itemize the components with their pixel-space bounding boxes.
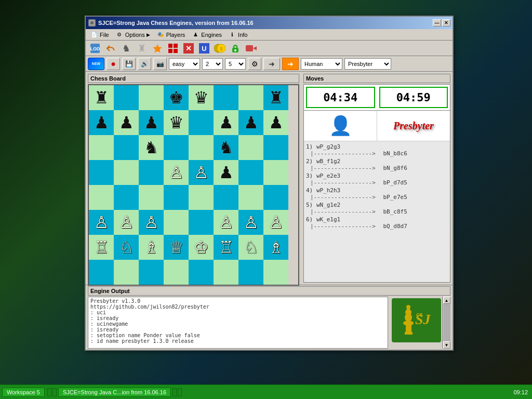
board-square[interactable] xyxy=(89,160,114,185)
grid-button[interactable] xyxy=(166,42,180,55)
lock-button[interactable] xyxy=(228,42,243,55)
board-square[interactable]: ♜ xyxy=(89,85,114,110)
board-square[interactable] xyxy=(89,260,114,285)
board-square[interactable]: ♞ xyxy=(214,135,238,160)
board-square[interactable]: ♙ xyxy=(238,210,263,235)
board-square[interactable]: ♟ xyxy=(263,110,288,135)
star-button[interactable] xyxy=(150,42,165,55)
board-square[interactable]: ♛ xyxy=(164,110,189,135)
board-square[interactable] xyxy=(189,210,214,235)
board-square[interactable]: ♙ xyxy=(164,160,189,185)
menu-players[interactable]: 🎭 Players xyxy=(153,30,189,40)
board-square[interactable] xyxy=(189,185,214,210)
board-square[interactable] xyxy=(238,135,263,160)
board-square[interactable] xyxy=(214,85,238,110)
board-square[interactable] xyxy=(164,185,189,210)
scrollbar-up-button[interactable]: ▲ xyxy=(443,297,450,304)
board-square[interactable] xyxy=(139,85,164,110)
board-square[interactable]: ♟ xyxy=(214,110,238,135)
scrollbar-down-button[interactable]: ▼ xyxy=(443,341,450,349)
board-square[interactable]: ♔ xyxy=(189,235,214,260)
board-square[interactable]: ♕ xyxy=(164,235,189,260)
board-square[interactable] xyxy=(189,110,214,135)
depth2-select[interactable]: 1 2 3 4 5 xyxy=(225,58,246,70)
board-square[interactable] xyxy=(263,185,288,210)
board-square[interactable]: ♗ xyxy=(139,235,164,260)
menu-engines[interactable]: ♟ Engines xyxy=(188,30,225,40)
board-square[interactable] xyxy=(114,185,139,210)
board-square[interactable] xyxy=(189,135,214,160)
scrollbar-track[interactable] xyxy=(443,304,450,341)
settings-icon-button[interactable]: ⚙ xyxy=(248,58,261,70)
engine-select[interactable]: Presbyter Stockfish Crafty xyxy=(344,58,391,70)
board-square[interactable] xyxy=(114,160,139,185)
board-square[interactable]: ♖ xyxy=(89,235,114,260)
depth1-select[interactable]: 1 2 3 4 5 xyxy=(202,58,223,70)
rook-piece-button[interactable]: ♜ xyxy=(135,42,149,55)
chess-board[interactable]: ♜♚♛♜♟♟♟♛♟♟♟♞♞♙♙♟♙♙♙♙♙♙♖♘♗♕♔♖♘♗ xyxy=(88,84,299,286)
board-square[interactable] xyxy=(139,260,164,285)
board-square[interactable]: ♗ xyxy=(263,235,288,260)
board-square[interactable] xyxy=(114,260,139,285)
prev-move-button[interactable]: ➜ xyxy=(263,58,280,70)
x-button[interactable]: ✕ xyxy=(181,42,196,55)
board-square[interactable] xyxy=(114,135,139,160)
board-square[interactable] xyxy=(214,260,238,285)
camera-button[interactable]: 📷 xyxy=(153,58,167,70)
undo-button[interactable] xyxy=(103,42,118,55)
board-square[interactable]: ♙ xyxy=(214,210,238,235)
board-square[interactable]: ♜ xyxy=(263,85,288,110)
coins-button[interactable]: $ xyxy=(212,42,227,55)
sound-button[interactable]: 🔊 xyxy=(138,58,151,70)
board-square[interactable]: ♟ xyxy=(89,110,114,135)
board-square[interactable]: ♞ xyxy=(139,135,164,160)
board-square[interactable]: ♟ xyxy=(238,110,263,135)
board-square[interactable]: ♟ xyxy=(139,110,164,135)
minimize-button[interactable]: — xyxy=(433,19,441,26)
board-square[interactable]: ♙ xyxy=(139,210,164,235)
board-square[interactable]: ♟ xyxy=(114,110,139,135)
board-square[interactable] xyxy=(238,85,263,110)
board-square[interactable]: ♘ xyxy=(114,235,139,260)
board-square[interactable] xyxy=(114,85,139,110)
board-square[interactable] xyxy=(164,260,189,285)
menu-info[interactable]: ℹ Info xyxy=(225,30,250,40)
menu-file[interactable]: 📄 File xyxy=(87,30,112,40)
stop-button[interactable]: ● xyxy=(107,58,120,70)
save-button[interactable]: 💾 xyxy=(122,58,136,70)
board-square[interactable] xyxy=(238,260,263,285)
board-square[interactable]: ♙ xyxy=(263,210,288,235)
board-square[interactable] xyxy=(189,260,214,285)
knight-piece-button[interactable]: ♞ xyxy=(119,42,134,55)
difficulty-select[interactable]: easy medium hard xyxy=(169,58,200,70)
board-square[interactable]: ♙ xyxy=(189,160,214,185)
board-square[interactable]: ♚ xyxy=(164,85,189,110)
u-button[interactable]: U xyxy=(197,42,211,55)
board-square[interactable]: ♖ xyxy=(214,235,238,260)
next-move-button[interactable]: ➜ xyxy=(282,58,299,70)
board-square[interactable] xyxy=(238,185,263,210)
taskbar-workspace[interactable]: Workspace 5 xyxy=(2,388,45,397)
board-square[interactable] xyxy=(139,160,164,185)
board-square[interactable] xyxy=(164,210,189,235)
board-square[interactable] xyxy=(263,135,288,160)
new-game-button[interactable]: NEW xyxy=(88,58,104,70)
board-square[interactable] xyxy=(164,135,189,160)
board-square[interactable]: ♘ xyxy=(238,235,263,260)
export-button[interactable] xyxy=(244,42,258,55)
board-square[interactable]: ♙ xyxy=(89,210,114,235)
board-square[interactable] xyxy=(139,185,164,210)
lod-button[interactable]: LOD xyxy=(88,42,102,55)
board-square[interactable] xyxy=(238,160,263,185)
menu-options[interactable]: ⚙ Options ▶ xyxy=(112,30,153,40)
moves-list[interactable]: 1) wP_g2g3 |-----------------> bN_b8c62)… xyxy=(304,141,450,282)
board-square[interactable]: ♛ xyxy=(189,85,214,110)
board-square[interactable] xyxy=(89,185,114,210)
board-square[interactable] xyxy=(89,135,114,160)
white-player-select[interactable]: Human Computer xyxy=(301,58,342,70)
board-square[interactable] xyxy=(263,260,288,285)
board-square[interactable]: ♙ xyxy=(114,210,139,235)
board-square[interactable] xyxy=(214,185,238,210)
taskbar-app-button[interactable]: SJCE=Strong Java C...ion from 16.06.16 xyxy=(58,388,171,397)
board-square[interactable]: ♟ xyxy=(214,160,238,185)
